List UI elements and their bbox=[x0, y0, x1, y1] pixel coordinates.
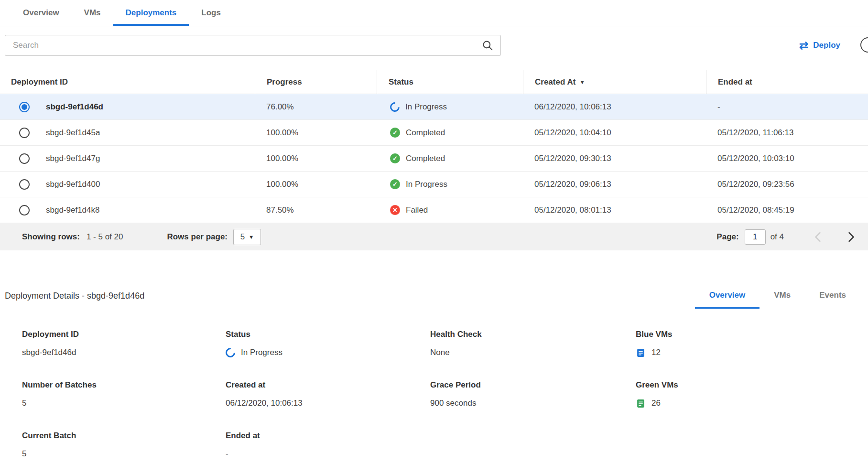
details-grid: Deployment ID sbgd-9ef1d46d Status In Pr… bbox=[22, 330, 868, 460]
status-cell: In Progress bbox=[377, 102, 523, 112]
field-label: Deployment ID bbox=[22, 330, 226, 339]
created-at-cell: 05/12/2020, 09:30:13 bbox=[523, 154, 706, 163]
previous-page-icon[interactable] bbox=[812, 231, 824, 243]
progress-cell: 100.00% bbox=[255, 128, 377, 138]
created-at-cell: 05/12/2020, 10:04:10 bbox=[523, 128, 706, 138]
tab-overview[interactable]: Overview bbox=[11, 0, 72, 26]
blue-vm-icon bbox=[636, 348, 646, 358]
deployment-id-cell: sbgd-9ef1d4k8 bbox=[31, 205, 255, 215]
details-tab-vms[interactable]: VMs bbox=[760, 291, 805, 309]
status-label: Completed bbox=[406, 154, 445, 163]
details-tab-bar: Overview VMs Events bbox=[695, 291, 860, 309]
created-at-cell: 05/12/2020, 08:01:13 bbox=[523, 205, 706, 215]
ended-at-cell: 05/12/2020, 08:45:19 bbox=[706, 205, 868, 215]
status-label: Failed bbox=[406, 205, 428, 215]
field-ended-at: Ended at - bbox=[226, 431, 430, 460]
status-label: Completed bbox=[406, 128, 445, 138]
status-cell: ✓ Completed bbox=[377, 153, 523, 163]
deployment-id-cell: sbgd-9ef1d45a bbox=[31, 128, 255, 138]
tab-logs[interactable]: Logs bbox=[189, 0, 233, 26]
field-value: - bbox=[226, 448, 430, 460]
ended-at-cell: 05/12/2020, 11:06:13 bbox=[706, 128, 868, 138]
field-label: Status bbox=[226, 330, 430, 339]
chevron-down-icon: ▼ bbox=[249, 234, 254, 240]
check-circle-icon: ✓ bbox=[390, 179, 400, 189]
check-circle-icon: ✓ bbox=[390, 153, 400, 163]
field-value: sbgd-9ef1d46d bbox=[22, 347, 226, 358]
column-header-status[interactable]: Status bbox=[377, 70, 523, 94]
status-label: In Progress bbox=[406, 180, 447, 189]
radio-icon[interactable] bbox=[19, 205, 30, 215]
in-progress-spinner-icon bbox=[224, 346, 237, 359]
deployment-id-cell: sbgd-9ef1d400 bbox=[31, 180, 255, 189]
field-blue-vms: Blue VMs 12 bbox=[636, 330, 868, 358]
radio-icon[interactable] bbox=[19, 179, 30, 190]
status-cell: × Failed bbox=[377, 205, 523, 215]
search-icon[interactable] bbox=[481, 39, 494, 52]
details-title: Deployment Details - sbgd-9ef1d46d bbox=[5, 291, 144, 309]
page-total-label: of 4 bbox=[770, 232, 784, 242]
radio-selected-icon[interactable] bbox=[19, 102, 30, 112]
field-value: 900 seconds bbox=[430, 398, 636, 409]
status-label: In Progress bbox=[405, 102, 447, 112]
deploy-button[interactable]: ⇄ Deploy bbox=[799, 40, 840, 51]
field-value: In Progress bbox=[241, 348, 282, 357]
showing-rows-value: 1 - 5 of 20 bbox=[87, 232, 123, 242]
field-label: Number of Batches bbox=[22, 380, 226, 390]
table-row[interactable]: sbgd-9ef1d400 100.00% ✓ In Progress 05/1… bbox=[0, 172, 868, 197]
column-header-ended-at[interactable]: Ended at bbox=[706, 70, 868, 94]
rows-per-page-value: 5 bbox=[240, 232, 245, 242]
field-label: Created at bbox=[226, 380, 430, 390]
progress-cell: 100.00% bbox=[255, 154, 377, 163]
field-label: Health Check bbox=[430, 330, 636, 339]
details-tab-events[interactable]: Events bbox=[805, 291, 860, 309]
field-label: Current Batch bbox=[22, 431, 226, 441]
details-header: Deployment Details - sbgd-9ef1d46d Overv… bbox=[0, 291, 868, 309]
field-value: 5 bbox=[22, 398, 226, 409]
error-circle-icon: × bbox=[390, 205, 400, 215]
ended-at-cell: - bbox=[706, 102, 868, 112]
column-header-deployment-id[interactable]: Deployment ID bbox=[0, 70, 255, 94]
field-grace-period: Grace Period 900 seconds bbox=[430, 380, 636, 409]
field-value: 5 bbox=[22, 448, 226, 460]
table-row[interactable]: sbgd-9ef1d46d 76.00% In Progress 06/12/2… bbox=[0, 94, 868, 120]
table-footer: Showing rows: 1 - 5 of 20 Rows per page:… bbox=[0, 223, 868, 250]
table-row[interactable]: sbgd-9ef1d47g 100.00% ✓ Completed 05/12/… bbox=[0, 146, 868, 172]
sort-desc-icon: ▼ bbox=[579, 79, 585, 86]
status-cell: ✓ In Progress bbox=[377, 179, 523, 189]
details-tab-overview[interactable]: Overview bbox=[695, 291, 760, 309]
swap-arrows-icon: ⇄ bbox=[799, 40, 808, 51]
field-value: None bbox=[430, 347, 636, 358]
field-health-check: Health Check None bbox=[430, 330, 636, 358]
status-cell: ✓ Completed bbox=[377, 128, 523, 138]
created-at-cell: 05/12/2020, 09:06:13 bbox=[523, 180, 706, 189]
table-row[interactable]: sbgd-9ef1d4k8 87.50% × Failed 05/12/2020… bbox=[0, 197, 868, 223]
created-at-cell: 06/12/2020, 10:06:13 bbox=[523, 102, 706, 112]
radio-icon[interactable] bbox=[19, 153, 30, 164]
page-input[interactable] bbox=[745, 229, 766, 245]
column-header-progress[interactable]: Progress bbox=[255, 70, 377, 94]
field-value: 26 bbox=[651, 399, 661, 408]
field-current-batch: Current Batch 5 bbox=[22, 431, 226, 460]
check-circle-icon: ✓ bbox=[390, 128, 400, 138]
radio-icon[interactable] bbox=[19, 128, 30, 138]
column-header-created-at[interactable]: Created At ▼ bbox=[523, 70, 706, 94]
deployments-table: Deployment ID Progress Status Created At… bbox=[0, 70, 868, 250]
deploy-button-label: Deploy bbox=[813, 41, 840, 50]
ended-at-cell: 05/12/2020, 09:23:56 bbox=[706, 180, 868, 189]
search-input[interactable] bbox=[12, 40, 481, 51]
progress-cell: 87.50% bbox=[255, 205, 377, 215]
column-header-created-at-label: Created At bbox=[535, 77, 575, 87]
toolbar: ⇄ Deploy bbox=[5, 34, 863, 56]
field-number-of-batches: Number of Batches 5 bbox=[22, 380, 226, 409]
field-label: Grace Period bbox=[430, 380, 636, 390]
rows-per-page-select[interactable]: 5 ▼ bbox=[233, 229, 261, 245]
pagination: Page: of 4 bbox=[716, 229, 857, 245]
tab-vms[interactable]: VMs bbox=[72, 0, 113, 26]
tab-deployments[interactable]: Deployments bbox=[113, 0, 189, 26]
refresh-icon[interactable] bbox=[860, 37, 868, 53]
field-green-vms: Green VMs 26 bbox=[636, 380, 868, 409]
next-page-icon[interactable] bbox=[845, 231, 857, 243]
progress-cell: 100.00% bbox=[255, 180, 377, 189]
table-row[interactable]: sbgd-9ef1d45a 100.00% ✓ Completed 05/12/… bbox=[0, 120, 868, 146]
